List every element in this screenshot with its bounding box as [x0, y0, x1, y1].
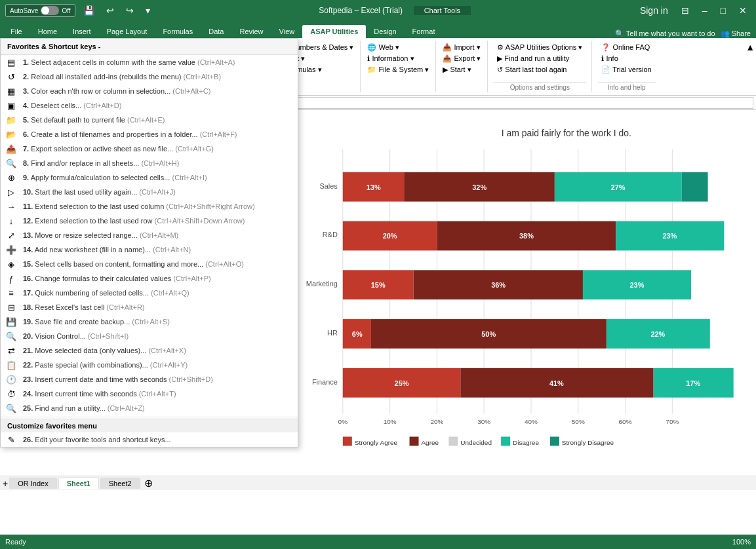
start-last-button[interactable]: ↺ Start last tool again: [493, 64, 586, 75]
sheet-tab-or-index[interactable]: OR Index: [9, 478, 56, 489]
menu-item[interactable]: ▤ 1. Select adjacent cells in column wit…: [1, 55, 298, 69]
add-sheet-plus[interactable]: ⊕: [144, 477, 153, 489]
menu-item-icon: ƒ: [5, 273, 18, 284]
save-button[interactable]: 💾: [79, 4, 98, 17]
menu-item-icon: ▦: [5, 86, 18, 96]
tab-home[interactable]: Home: [30, 25, 65, 38]
menu-item-icon: ▷: [5, 187, 18, 197]
menu-item[interactable]: ◈ 15. Select cells based on content, for…: [1, 257, 298, 271]
tab-formulas[interactable]: Formulas: [155, 25, 201, 38]
tab-review[interactable]: Review: [231, 25, 271, 38]
tab-insert[interactable]: Insert: [65, 25, 99, 38]
sheet-tab-sheet2[interactable]: Sheet2: [100, 478, 140, 489]
menu-item-icon: 💾: [5, 316, 18, 327]
menu-item[interactable]: ▷ 10. Start the last used utility again.…: [1, 185, 298, 199]
information-button[interactable]: ℹ Information ▾: [363, 53, 433, 64]
minimize-button[interactable]: –: [698, 4, 711, 17]
online-faq-button[interactable]: ❓ Online FAQ: [597, 42, 655, 53]
menu-item-text: 18. Reset Excel's last cell (Ctrl+Alt+R): [23, 303, 145, 311]
menu-item[interactable]: ➕ 14. Add new worksheet (fill in a name)…: [1, 242, 298, 257]
menu-item[interactable]: ⊕ 9. Apply formula/calculation to select…: [1, 170, 298, 185]
menu-item[interactable]: ⤢ 13. Move or resize selected range... (…: [1, 228, 298, 242]
import-button[interactable]: 📥 Import ▾: [439, 42, 485, 53]
menu-item-icon: ⊕: [5, 172, 18, 183]
menu-item[interactable]: 📁 5. Set default path to current file (C…: [1, 113, 298, 127]
svg-text:22%: 22%: [650, 330, 665, 338]
tab-file[interactable]: File: [3, 25, 30, 38]
ribbon-collapse[interactable]: ▲: [744, 41, 756, 92]
tab-view[interactable]: View: [271, 25, 303, 38]
menu-item[interactable]: 📂 6. Create a list of filenames and prop…: [1, 127, 298, 142]
tab-data[interactable]: Data: [201, 25, 231, 38]
export-button[interactable]: 📤 Export ▾: [439, 53, 485, 64]
menu-item-text: 17. Quick numbering of selected cells...…: [23, 289, 189, 297]
maximize-button[interactable]: □: [717, 4, 730, 17]
menu-item[interactable]: ⏱ 24. Insert current time with seconds (…: [1, 387, 298, 401]
menu-item-26[interactable]: ✎ 26. Edit your favorite tools and short…: [1, 432, 298, 447]
close-button[interactable]: ✕: [735, 4, 751, 17]
menu-item-icon: ⇄: [5, 345, 18, 356]
svg-rect-61: [550, 437, 559, 446]
menu-item[interactable]: 🕐 23. Insert current date and time with …: [1, 372, 298, 387]
tab-format[interactable]: Format: [405, 25, 443, 38]
menu-item[interactable]: ▦ 3. Color each n'th row or column in se…: [1, 84, 298, 98]
svg-text:13%: 13%: [367, 183, 381, 191]
menu-item[interactable]: → 11. Extend selection to the last used …: [1, 199, 298, 214]
menu-item-text: 6. Create a list of filenames and proper…: [23, 130, 237, 138]
menu-item[interactable]: ▣ 4. Deselect cells... (Ctrl+Alt+D): [1, 98, 298, 113]
menu-item[interactable]: ƒ 16. Change formulas to their calculate…: [1, 271, 298, 286]
file-system-button[interactable]: 📁 File & System ▾: [363, 64, 433, 75]
svg-text:50%: 50%: [481, 330, 496, 338]
svg-text:50%: 50%: [572, 418, 585, 425]
menu-item-icon: 📁: [5, 115, 18, 125]
menu-item[interactable]: 💾 19. Save file and create backup... (Ct…: [1, 314, 298, 329]
svg-text:23%: 23%: [630, 281, 645, 289]
svg-text:Finance: Finance: [312, 378, 338, 386]
find-utility-button[interactable]: ▶ Find and run a utility: [493, 53, 586, 64]
svg-text:Strongly Agree: Strongly Agree: [355, 439, 398, 446]
menu-item[interactable]: 📋 22. Paste special (with combinations).…: [1, 358, 298, 372]
menu-item[interactable]: ↓ 12. Extend selection to the last used …: [1, 214, 298, 228]
svg-rect-59: [501, 437, 510, 446]
autosave-pill[interactable]: AutoSave Off: [5, 4, 75, 17]
menu-item-text: 14. Add new worksheet (fill in a name)..…: [23, 246, 191, 254]
start-button[interactable]: ▶ Start ▾: [439, 64, 485, 75]
collapse-button[interactable]: ▲: [746, 42, 755, 52]
menu-item[interactable]: 🔍 8. Find and/or replace in all sheets..…: [1, 156, 298, 170]
menu-item[interactable]: ≡ 17. Quick numbering of selected cells.…: [1, 286, 298, 300]
menu-item-26-text: 26. Edit your favorite tools and shortcu…: [23, 436, 171, 444]
menu-item[interactable]: ↺ 2. Reload all installed add-ins (rebui…: [1, 69, 298, 84]
menu-item[interactable]: 🔍 20. Vision Control... (Ctrl+Shift+I): [1, 329, 298, 343]
svg-text:Agree: Agree: [421, 439, 439, 446]
menu-item-text: 20. Vision Control... (Ctrl+Shift+I): [23, 332, 129, 340]
redo-button[interactable]: ↪: [122, 4, 138, 17]
info-button[interactable]: ℹ Info: [597, 53, 655, 64]
undo-button[interactable]: ↩: [102, 4, 118, 17]
add-sheet-button[interactable]: +: [3, 478, 8, 489]
share-button[interactable]: 👥 Share: [721, 29, 751, 38]
signin-button[interactable]: Sign in: [636, 4, 672, 17]
tab-asap-utilities[interactable]: ASAP Utilities: [302, 25, 366, 38]
menu-item[interactable]: ⊟ 18. Reset Excel's last cell (Ctrl+Alt+…: [1, 300, 298, 314]
svg-text:60%: 60%: [619, 418, 632, 425]
svg-text:40%: 40%: [525, 418, 538, 425]
tell-me-label[interactable]: 🔍 Tell me what you want to do: [615, 29, 715, 38]
menu-item-icon: ◈: [5, 259, 18, 269]
tab-design[interactable]: Design: [366, 25, 404, 38]
svg-text:15%: 15%: [371, 281, 386, 289]
menu-item[interactable]: ⇄ 21. Move selected data (only values)..…: [1, 343, 298, 358]
customize-qat-button[interactable]: ▾: [142, 4, 154, 17]
asap-options-button[interactable]: ⚙ ASAP Utilities Options ▾: [493, 42, 586, 53]
sheet-tab-sheet1[interactable]: Sheet1: [58, 478, 99, 489]
ribbon-tabs: File Home Insert Page Layout Formulas Da…: [0, 21, 756, 38]
trial-version-button[interactable]: 📄 Trial version: [597, 64, 655, 75]
menu-item[interactable]: 🔍 25. Find and run a utility... (Ctrl+Al…: [1, 401, 298, 415]
autosave-toggle[interactable]: [41, 6, 59, 15]
web-button[interactable]: 🌐 Web ▾: [363, 42, 433, 53]
tab-page-layout[interactable]: Page Layout: [99, 25, 155, 38]
status-bar: Ready 100%: [0, 535, 756, 549]
svg-text:R&D: R&D: [323, 231, 338, 238]
ribbon-display-button[interactable]: ⊟: [677, 4, 693, 17]
menu-item[interactable]: 📤 7. Export selection or active sheet as…: [1, 142, 298, 156]
menu-item-icon: ▣: [5, 100, 18, 111]
